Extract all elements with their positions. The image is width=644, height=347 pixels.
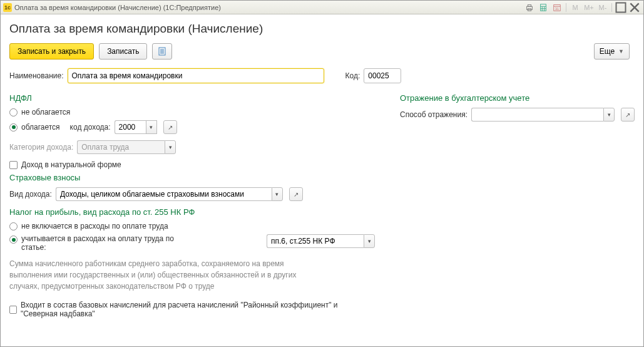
- income-code-open-button[interactable]: ↗: [163, 120, 177, 134]
- more-button-label: Еще: [600, 47, 615, 56]
- natural-form-label: Доход в натуральной форме: [21, 160, 121, 169]
- natural-form-checkbox[interactable]: [9, 161, 18, 169]
- insurance-type-input[interactable]: [56, 187, 272, 201]
- income-code-dropdown-button[interactable]: ▾: [146, 120, 157, 134]
- base-accrual-label: Входит в состав базовых начислений для р…: [21, 301, 375, 318]
- action-toolbar: Записать и закрыть Записать Еще ▼: [9, 43, 635, 60]
- title-bar: 1c Оплата за время командировки (Начисле…: [1, 1, 643, 14]
- profit-tax-heading: Налог на прибыль, вид расхода по ст. 255…: [9, 207, 375, 217]
- insurance-heading: Страховые взносы: [9, 173, 375, 182]
- name-code-row: Наименование: Код:: [9, 68, 635, 83]
- memory-mminus-button[interactable]: M-: [596, 2, 609, 13]
- insurance-type-dropdown-button[interactable]: ▾: [272, 187, 283, 201]
- code-input[interactable]: [364, 68, 401, 83]
- accounting-method-label: Способ отражения:: [400, 110, 468, 119]
- ndfl-not-taxed-radio[interactable]: [9, 108, 18, 117]
- titlebar-controls: 31 M M+ M-: [523, 2, 641, 13]
- ndfl-taxed-radio[interactable]: [9, 123, 18, 132]
- name-input[interactable]: [68, 68, 324, 83]
- window-title: Оплата за время командировки (Начисление…: [14, 4, 523, 11]
- chevron-down-icon: ▼: [618, 48, 624, 54]
- report-button[interactable]: [152, 43, 172, 60]
- svg-rect-3: [541, 4, 546, 11]
- calculator-icon[interactable]: [537, 2, 549, 13]
- app-logo-icon: 1c: [3, 3, 12, 12]
- accounting-method-dropdown-button[interactable]: ▾: [603, 108, 615, 122]
- svg-text:31: 31: [555, 6, 559, 10]
- accounting-method-input[interactable]: [471, 108, 603, 122]
- income-category-input: [77, 140, 165, 154]
- ndfl-heading: НДФЛ: [9, 93, 375, 103]
- profit-description: Сумма начисленного работникам среднего з…: [9, 258, 310, 292]
- page-title: Оплата за время командировки (Начисление…: [9, 22, 635, 36]
- profit-included-label: учитывается в расходах на оплату труда п…: [21, 234, 190, 252]
- insurance-type-open-button[interactable]: ↗: [289, 187, 303, 201]
- accounting-heading: Отражение в бухгалтерском учете: [400, 93, 635, 103]
- window-maximize-button[interactable]: [615, 2, 627, 13]
- save-button[interactable]: Записать: [99, 43, 147, 60]
- svg-rect-1: [528, 4, 531, 6]
- profit-not-included-label: не включается в расходы по оплате труда: [21, 222, 168, 230]
- name-label: Наименование:: [9, 71, 64, 80]
- print-icon[interactable]: [523, 2, 536, 13]
- save-close-button[interactable]: Записать и закрыть: [9, 43, 94, 60]
- income-code-label: код дохода:: [70, 123, 111, 132]
- ndfl-not-taxed-label: не облагается: [21, 108, 70, 117]
- profit-not-included-radio[interactable]: [9, 222, 18, 230]
- income-category-label: Категория дохода:: [9, 143, 73, 152]
- income-category-dropdown-button[interactable]: ▾: [165, 140, 176, 154]
- more-button[interactable]: Еще ▼: [594, 43, 630, 60]
- memory-mplus-button[interactable]: M+: [583, 2, 595, 13]
- accounting-method-open-button[interactable]: ↗: [621, 108, 635, 122]
- profit-article-input[interactable]: [267, 234, 364, 248]
- calendar-icon[interactable]: 31: [551, 2, 563, 13]
- memory-m-button[interactable]: M: [569, 2, 581, 13]
- window-close-button[interactable]: [628, 2, 641, 13]
- ndfl-taxed-label: облагается: [21, 123, 60, 132]
- profit-included-radio[interactable]: [9, 236, 18, 244]
- svg-rect-14: [159, 48, 165, 55]
- insurance-type-label: Вид дохода:: [9, 190, 52, 199]
- svg-rect-11: [616, 3, 626, 12]
- profit-article-dropdown-button[interactable]: ▾: [364, 234, 375, 248]
- code-label: Код:: [345, 71, 360, 80]
- income-code-input[interactable]: [115, 120, 146, 134]
- base-accrual-checkbox[interactable]: [9, 306, 17, 314]
